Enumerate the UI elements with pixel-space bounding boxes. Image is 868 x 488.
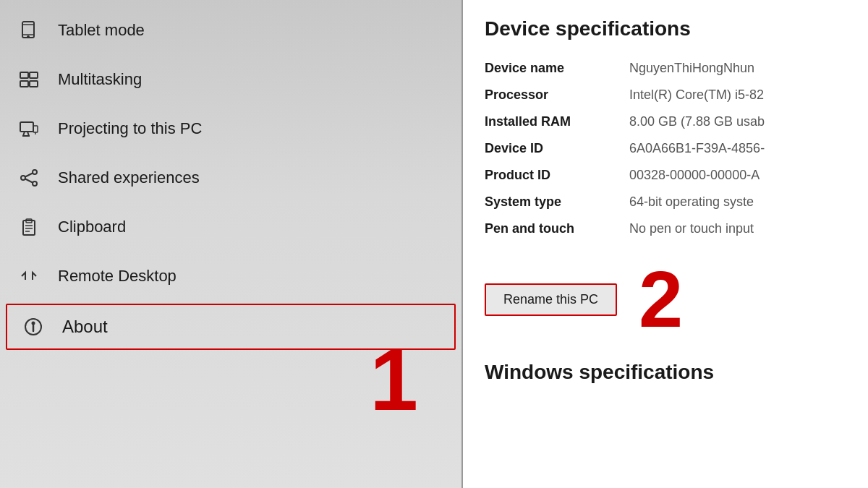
svg-rect-5 [30, 72, 38, 78]
svg-line-18 [25, 179, 33, 183]
spec-value-1: Intel(R) Core(TM) i5-82 [629, 82, 846, 108]
tablet-mode-label: Tablet mode [58, 21, 145, 40]
spec-value-2: 8.00 GB (7.88 GB usab [629, 108, 846, 135]
sidebar-item-projecting[interactable]: Projecting to this PC [0, 104, 461, 153]
spec-label-4: Product ID [485, 162, 629, 189]
remote-icon [17, 265, 41, 288]
badge-2: 2 [639, 260, 683, 339]
svg-rect-8 [20, 122, 33, 132]
shared-experiences-label: Shared experiences [58, 168, 200, 187]
spec-label-2: Installed RAM [485, 108, 629, 135]
multitasking-label: Multitasking [58, 70, 142, 89]
spec-row-2: Installed RAM8.00 GB (7.88 GB usab [485, 108, 846, 135]
spec-row-5: System type64-bit operating syste [485, 189, 846, 215]
sidebar-item-multitasking[interactable]: Multitasking [0, 55, 461, 104]
spec-label-0: Device name [485, 55, 629, 82]
badge-1: 1 [370, 336, 418, 423]
spec-label-6: Pen and touch [485, 215, 629, 242]
info-icon [22, 315, 45, 338]
spec-value-3: 6A0A66B1-F39A-4856- [629, 135, 846, 162]
clipboard-icon [17, 215, 41, 239]
specs-table: Device nameNguyenThiHongNhunProcessorInt… [485, 55, 846, 242]
main-panel: Device specifications Device nameNguyenT… [463, 0, 868, 488]
svg-point-14 [21, 176, 25, 180]
spec-value-5: 64-bit operating syste [629, 189, 846, 215]
rename-pc-button[interactable]: Rename this PC [485, 283, 617, 316]
windows-specs-title: Windows specifications [485, 361, 846, 384]
projecting-label: Projecting to this PC [58, 119, 202, 138]
svg-line-17 [25, 174, 33, 177]
svg-point-2 [27, 36, 29, 38]
spec-row-3: Device ID6A0A66B1-F39A-4856- [485, 135, 846, 162]
multitask-icon [17, 68, 41, 91]
svg-rect-4 [20, 72, 28, 78]
share-icon [17, 166, 41, 189]
sidebar-item-tablet-mode[interactable]: Tablet mode [0, 6, 461, 55]
spec-row-1: ProcessorIntel(R) Core(TM) i5-82 [485, 82, 846, 108]
project-icon [17, 117, 41, 140]
svg-point-15 [33, 170, 37, 174]
svg-rect-7 [30, 81, 38, 87]
spec-label-5: System type [485, 189, 629, 215]
remote-desktop-label: Remote Desktop [58, 267, 176, 286]
svg-point-16 [33, 181, 37, 186]
sidebar-item-clipboard[interactable]: Clipboard [0, 202, 461, 252]
sidebar-item-shared-experiences[interactable]: Shared experiences [0, 153, 461, 202]
spec-row-0: Device nameNguyenThiHongNhun [485, 55, 846, 82]
clipboard-label: Clipboard [58, 218, 126, 236]
spec-label-3: Device ID [485, 135, 629, 162]
rename-area: Rename this PC 2 [485, 260, 846, 339]
spec-value-0: NguyenThiHongNhun [629, 55, 846, 82]
about-label: About [62, 317, 108, 337]
device-specs-title: Device specifications [485, 17, 846, 40]
spec-row-6: Pen and touchNo pen or touch input [485, 215, 846, 242]
tablet-icon [17, 19, 41, 42]
svg-rect-6 [20, 81, 28, 87]
spec-row-4: Product ID00328-00000-00000-A [485, 162, 846, 189]
spec-label-1: Processor [485, 82, 629, 108]
sidebar-item-remote-desktop[interactable]: Remote Desktop [0, 252, 461, 301]
spec-value-4: 00328-00000-00000-A [629, 162, 846, 189]
spec-value-6: No pen or touch input [629, 215, 846, 242]
svg-point-26 [33, 322, 35, 325]
sidebar: Tablet mode Multitasking Projectin [0, 0, 463, 488]
